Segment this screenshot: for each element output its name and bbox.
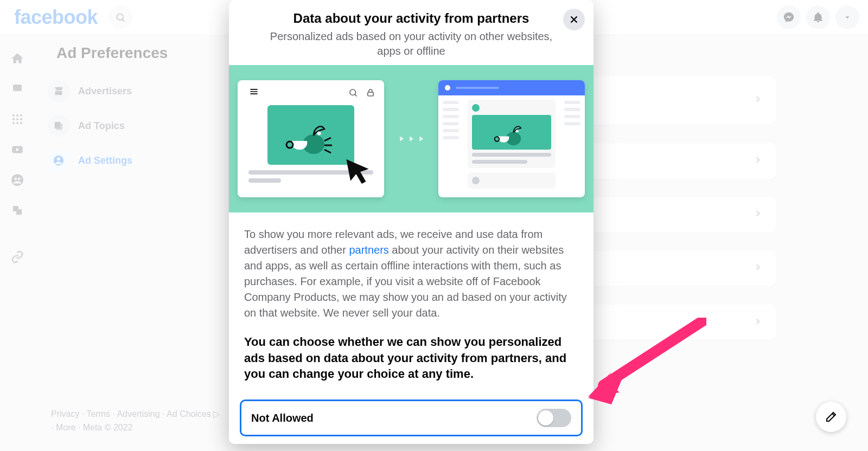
compose-button[interactable] xyxy=(816,402,846,432)
modal-header: Data about your activity from partners P… xyxy=(229,0,593,65)
search-icon xyxy=(348,88,358,98)
svg-line-31 xyxy=(324,138,331,141)
plant-cup-icon xyxy=(281,114,341,156)
partner-data-modal: Data about your activity from partners P… xyxy=(229,0,593,444)
close-button[interactable] xyxy=(563,9,585,30)
lock-icon xyxy=(366,88,375,98)
svg-line-26 xyxy=(355,94,357,96)
svg-point-35 xyxy=(516,130,519,133)
toggle-label: Not Allowed xyxy=(251,412,314,424)
arrow-transfer-icon xyxy=(397,134,425,143)
svg-point-29 xyxy=(317,132,321,136)
cursor-icon xyxy=(341,155,374,189)
illus-browser xyxy=(238,80,384,197)
svg-rect-27 xyxy=(368,92,374,96)
toggle-knob xyxy=(538,410,553,426)
allow-toggle[interactable] xyxy=(537,409,571,427)
svg-point-30 xyxy=(286,141,293,148)
modal-body: To show you more relevant ads, we receiv… xyxy=(229,212,593,392)
compose-icon xyxy=(825,410,838,423)
modal-bold: You can choose whether we can show you p… xyxy=(244,334,578,382)
modal-paragraph: To show you more relevant ads, we receiv… xyxy=(244,227,578,321)
close-icon xyxy=(568,14,580,25)
modal-subtitle: Personalized ads based on your activity … xyxy=(268,29,554,59)
hamburger-icon xyxy=(248,86,259,99)
illus-feed xyxy=(438,80,585,197)
allow-toggle-row: Not Allowed xyxy=(240,400,583,436)
svg-point-25 xyxy=(350,89,356,95)
svg-line-33 xyxy=(324,150,331,153)
modal-title: Data about your activity from partners xyxy=(268,11,554,26)
modal-illustration xyxy=(229,65,593,212)
partners-link[interactable]: partners xyxy=(349,244,388,256)
svg-point-36 xyxy=(495,137,499,141)
